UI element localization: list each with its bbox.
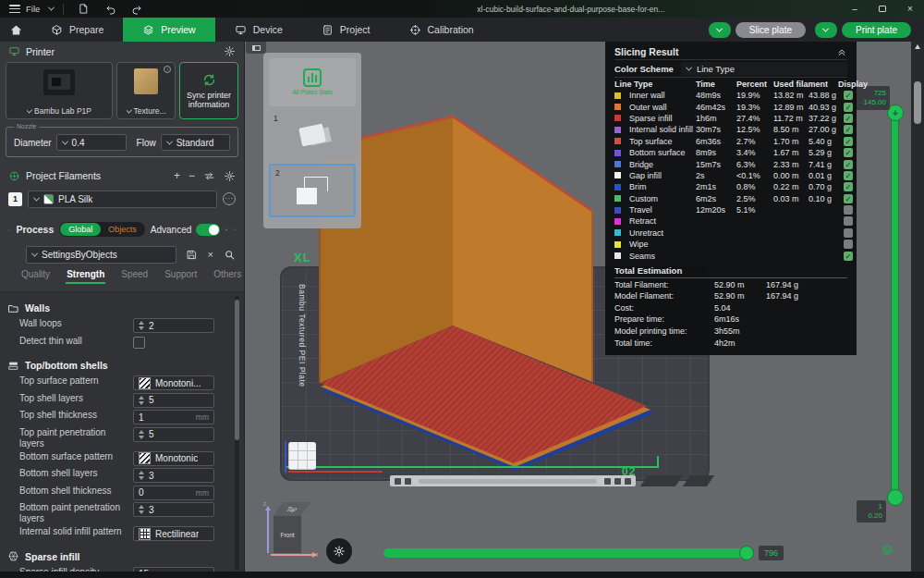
save-file-button[interactable] bbox=[73, 2, 93, 17]
file-menu[interactable]: File bbox=[26, 4, 40, 14]
color-scheme-label: Color Scheme bbox=[614, 64, 674, 74]
settings-search-select[interactable]: SettingsByObjects bbox=[26, 246, 176, 264]
spinner-input[interactable]: 5 bbox=[133, 393, 214, 408]
settings-scrollbar[interactable] bbox=[235, 296, 239, 571]
viewport-scrollbar-thumb[interactable] bbox=[914, 81, 921, 124]
cube-face-front[interactable]: Front bbox=[274, 516, 301, 553]
setting-wizard-wand-icon[interactable] bbox=[234, 224, 236, 236]
minimize-button[interactable]: – bbox=[841, 4, 869, 14]
horizontal-slider-handle[interactable] bbox=[739, 546, 754, 560]
value-input[interactable]: 0mm bbox=[133, 486, 214, 500]
filament-edit-button[interactable]: ··· bbox=[223, 192, 236, 205]
display-checkbox[interactable]: ✓ bbox=[844, 103, 853, 112]
orientation-cube[interactable]: z x Top Front bbox=[263, 500, 321, 561]
maximize-button[interactable] bbox=[869, 4, 896, 14]
save-preset-disk-icon[interactable] bbox=[186, 249, 198, 261]
plate-2-thumbnail[interactable]: 2 bbox=[269, 164, 356, 217]
tab-project[interactable]: Project bbox=[302, 18, 390, 42]
spinner-input[interactable]: 3 bbox=[133, 502, 214, 517]
plates-panel-collapse-tab[interactable] bbox=[246, 42, 266, 54]
display-checkbox[interactable]: ✓ bbox=[844, 91, 853, 100]
build-plate-card[interactable]: i Texture... bbox=[116, 62, 176, 119]
menu-icon[interactable] bbox=[9, 5, 20, 13]
display-checkbox[interactable]: ✓ bbox=[844, 125, 853, 134]
remove-filament-button[interactable]: − bbox=[188, 169, 195, 182]
nozzle-diameter-select[interactable]: 0.4 bbox=[56, 134, 127, 151]
advanced-toggle[interactable] bbox=[196, 224, 220, 236]
plate-window-icon[interactable] bbox=[614, 478, 621, 485]
display-checkbox[interactable] bbox=[844, 216, 853, 226]
redo-button[interactable] bbox=[127, 2, 147, 17]
display-checkbox[interactable]: ✓ bbox=[844, 182, 853, 191]
layer-view-icon[interactable] bbox=[881, 541, 894, 558]
add-filament-button[interactable]: + bbox=[174, 169, 180, 182]
global-segment[interactable]: Global bbox=[60, 223, 101, 236]
pattern-select[interactable]: Monotonic bbox=[133, 451, 214, 466]
filament-settings-gear-icon[interactable] bbox=[224, 170, 236, 182]
display-checkbox[interactable] bbox=[844, 240, 853, 249]
slice-plate-button[interactable]: Slice plate bbox=[736, 22, 806, 38]
search-icon[interactable] bbox=[224, 249, 236, 261]
flow-select[interactable]: Standard bbox=[161, 134, 230, 151]
printer-model-card[interactable]: Bambu Lab P1P bbox=[6, 62, 113, 119]
view-settings-button[interactable] bbox=[326, 538, 352, 564]
display-checkbox[interactable]: ✓ bbox=[844, 252, 853, 261]
clear-icon[interactable]: × bbox=[208, 249, 213, 260]
pattern-select[interactable]: Rectilinear bbox=[133, 526, 214, 541]
horizontal-move-slider[interactable] bbox=[383, 548, 753, 558]
collapse-panel-icon[interactable] bbox=[836, 46, 847, 57]
plate-printer-icon[interactable] bbox=[604, 478, 611, 485]
print-options-button[interactable] bbox=[815, 22, 837, 38]
layer-slider-bottom-handle[interactable] bbox=[887, 489, 904, 506]
tab-speed[interactable]: Speed bbox=[113, 269, 156, 279]
layer-range-slider[interactable] bbox=[891, 111, 899, 504]
display-checkbox[interactable]: ✓ bbox=[844, 114, 853, 123]
plate-1-thumbnail[interactable]: 1 bbox=[269, 111, 356, 159]
spinner-input[interactable]: 3 bbox=[133, 468, 214, 483]
line-type-row: Internal solid infill 30m7s 12.5% 8.50 m… bbox=[614, 124, 847, 135]
sync-printer-button[interactable]: Sync printer information bbox=[179, 62, 238, 119]
display-checkbox[interactable]: ✓ bbox=[844, 194, 853, 203]
display-checkbox[interactable]: ✓ bbox=[844, 171, 853, 180]
home-button[interactable] bbox=[0, 18, 31, 42]
display-checkbox[interactable] bbox=[844, 228, 853, 238]
tab-prepare[interactable]: Prepare bbox=[31, 18, 123, 42]
plate-lock-icon[interactable] bbox=[405, 478, 411, 485]
tab-others[interactable]: Others bbox=[205, 269, 249, 279]
color-scheme-select[interactable]: Line Type bbox=[681, 62, 847, 76]
objects-segment[interactable]: Objects bbox=[101, 225, 144, 234]
setting-checkbox[interactable] bbox=[133, 337, 145, 349]
info-icon[interactable]: i bbox=[164, 66, 171, 73]
plate-settings-icon[interactable] bbox=[395, 478, 401, 485]
display-checkbox[interactable]: ✓ bbox=[844, 137, 853, 146]
tab-calibration[interactable]: Calibration bbox=[390, 18, 493, 42]
file-menu-chevron-icon[interactable] bbox=[48, 5, 55, 11]
spinner-input[interactable]: 5 bbox=[133, 427, 214, 442]
display-checkbox[interactable]: ✓ bbox=[844, 160, 853, 169]
tab-strength[interactable]: Strength bbox=[58, 269, 113, 279]
tab-support[interactable]: Support bbox=[156, 269, 205, 279]
tab-preview[interactable]: Preview bbox=[123, 18, 214, 42]
viewport-scrollbar[interactable] bbox=[911, 42, 924, 578]
cube-face-top[interactable]: Top bbox=[273, 502, 311, 516]
value-input[interactable]: 1mm bbox=[133, 410, 214, 424]
slicing-result-title: Slicing Result bbox=[614, 46, 678, 57]
tab-quality[interactable]: Quality bbox=[13, 269, 58, 279]
filament-select[interactable]: PLA Silk bbox=[28, 191, 217, 208]
compare-list-icon[interactable] bbox=[225, 224, 227, 236]
all-plates-stats-card[interactable]: All Plates Stats bbox=[269, 58, 356, 106]
filament-sync-icon[interactable] bbox=[203, 170, 215, 182]
printer-settings-gear-icon[interactable] bbox=[224, 45, 236, 57]
print-plate-button[interactable]: Print plate bbox=[842, 22, 911, 38]
pattern-select[interactable]: Monotoni... bbox=[133, 375, 214, 390]
display-checkbox[interactable] bbox=[844, 205, 853, 215]
slice-options-button[interactable] bbox=[709, 22, 731, 38]
close-button[interactable]: × bbox=[896, 4, 924, 14]
display-checkbox[interactable]: ✓ bbox=[844, 148, 853, 157]
tab-device[interactable]: Device bbox=[215, 18, 302, 42]
undo-button[interactable] bbox=[101, 2, 121, 17]
plate-title-bar[interactable] bbox=[390, 475, 636, 486]
plate-delete-icon[interactable] bbox=[625, 478, 631, 485]
spinner-input[interactable]: 2 bbox=[133, 318, 214, 333]
global-objects-switch[interactable]: Global Objects bbox=[59, 222, 145, 237]
